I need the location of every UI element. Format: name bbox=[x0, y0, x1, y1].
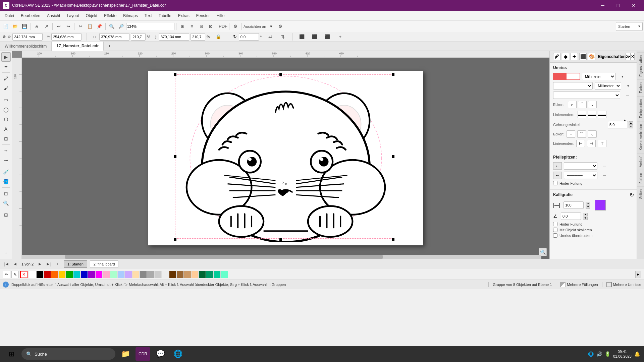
handle-mid-right[interactable] bbox=[392, 155, 394, 158]
y-input[interactable] bbox=[51, 33, 82, 41]
new-tab-btn[interactable]: + bbox=[105, 42, 114, 51]
canvas[interactable]: × bbox=[22, 58, 549, 259]
zoom-level-input[interactable] bbox=[126, 23, 174, 30]
align-left-btn[interactable]: ⬛ bbox=[298, 33, 306, 41]
start-dropdown[interactable]: Starten ▾ bbox=[616, 22, 643, 31]
ecken-btn1[interactable]: ⌐ bbox=[567, 130, 575, 138]
freehand-tool[interactable]: 🖊 bbox=[1, 74, 11, 83]
page-tab-2[interactable]: 2: final board bbox=[90, 260, 119, 268]
edit-fill-btn[interactable]: ✏ bbox=[3, 271, 10, 278]
line-unit-select[interactable]: Millimeter bbox=[595, 82, 621, 89]
handle-bot-right[interactable] bbox=[392, 238, 394, 241]
snap-dropdown[interactable]: ▾ bbox=[267, 22, 275, 31]
paste-button[interactable]: 📌 bbox=[95, 22, 104, 31]
taskbar-teams[interactable]: 💬 bbox=[153, 347, 168, 361]
panel-icon-effects[interactable]: ✦ bbox=[571, 53, 578, 60]
arrow-end-icon[interactable]: ← bbox=[553, 172, 562, 179]
copy-button[interactable]: 📋 bbox=[86, 22, 94, 31]
add-page-bottom-btn[interactable]: + bbox=[54, 260, 61, 268]
menu-bitmaps[interactable]: Bitmaps bbox=[120, 12, 141, 19]
arrow-end-more[interactable]: ··· bbox=[599, 172, 609, 179]
undo-button[interactable]: ↩ bbox=[54, 22, 63, 31]
clock[interactable]: 09:41 01.06.2023 bbox=[613, 349, 632, 359]
notification-btn[interactable]: 🔔 bbox=[634, 351, 640, 357]
view-btn4[interactable]: ⊠ bbox=[206, 22, 215, 31]
align-right-btn[interactable]: ⬛ bbox=[323, 33, 332, 41]
eyedropper-tool[interactable]: 💉 bbox=[1, 167, 11, 177]
cal-width-up[interactable]: ▲ bbox=[586, 202, 590, 205]
node-tool[interactable]: ✦ bbox=[1, 62, 11, 71]
calligraphy-refresh-btn[interactable]: ↻ bbox=[630, 192, 634, 198]
miter-decrement[interactable]: ▼ bbox=[629, 125, 633, 128]
lineend-square-btn[interactable]: ▬▬ bbox=[588, 111, 596, 118]
next-page-btn[interactable]: ► bbox=[36, 260, 44, 268]
hinter-fuellung-checkbox[interactable] bbox=[553, 222, 557, 226]
artistic-media-tool[interactable]: 🖌 bbox=[1, 83, 11, 93]
close-button[interactable]: ✕ bbox=[626, 0, 641, 11]
horizontal-scrollbar[interactable] bbox=[12, 255, 541, 259]
panel-icon-fill[interactable]: ◆ bbox=[562, 53, 569, 60]
arrow-start-icon[interactable]: ← bbox=[553, 162, 562, 170]
redo-button[interactable]: ↪ bbox=[64, 22, 72, 31]
side-tab-paletten[interactable]: Farbpaletten bbox=[637, 96, 644, 121]
prev-page-btn[interactable]: ◄ bbox=[11, 260, 19, 268]
panel-expand-btn[interactable]: ≫ bbox=[626, 53, 631, 60]
slash-btn[interactable]: ✕ bbox=[20, 271, 28, 278]
outline-more-btn[interactable]: ▾ bbox=[618, 73, 628, 80]
align-center-btn[interactable]: ⬛ bbox=[310, 33, 319, 41]
connector-tool[interactable]: ⊸ bbox=[1, 156, 11, 165]
linienenden-btn2[interactable]: ⊣ bbox=[587, 140, 596, 147]
height-scale-input[interactable] bbox=[191, 33, 205, 41]
line-style-more[interactable]: ··· bbox=[622, 92, 632, 99]
ecken-btn2[interactable]: ⌒ bbox=[577, 130, 586, 138]
corner-round-btn[interactable]: ⌒ bbox=[578, 101, 587, 108]
miter-increment[interactable]: ▲ bbox=[629, 121, 633, 125]
table-tool[interactable]: ⊞ bbox=[1, 134, 11, 143]
mit-objekt-checkbox[interactable] bbox=[553, 228, 557, 232]
pencil-btn[interactable]: ✎ bbox=[11, 271, 19, 278]
color-palette-strip[interactable] bbox=[29, 271, 634, 278]
battery-icon[interactable]: 🔋 bbox=[605, 351, 610, 357]
x-input[interactable] bbox=[12, 33, 43, 41]
new-button[interactable]: 📄 bbox=[1, 22, 10, 31]
zoom-in-button[interactable]: 🔍 bbox=[107, 22, 116, 31]
maximize-button[interactable]: □ bbox=[610, 0, 626, 11]
add-node-btn[interactable]: + bbox=[336, 33, 344, 41]
menu-tabelle[interactable]: Tabelle bbox=[155, 12, 175, 19]
add-page-btn[interactable]: + bbox=[1, 248, 11, 257]
side-tab-verlauf[interactable]: Verlauf bbox=[637, 154, 644, 170]
arrow-start-select[interactable]: ────── bbox=[564, 162, 597, 170]
side-tab-kurven[interactable]: Kurven verbinden bbox=[637, 121, 644, 153]
arrow-end-select[interactable]: ────── bbox=[564, 172, 597, 179]
tab-file[interactable]: 17_Hamster_Datei.cdr bbox=[52, 42, 104, 51]
panel-icon-properties[interactable]: 🖊 bbox=[553, 53, 560, 60]
polygon-tool[interactable]: ⬡ bbox=[1, 115, 11, 124]
cal-angle-input[interactable] bbox=[561, 213, 581, 220]
tab-welcome[interactable]: Willkommensbildschirm bbox=[0, 42, 52, 51]
calligraphy-color-swatch[interactable] bbox=[595, 200, 606, 210]
menu-layout[interactable]: Layout bbox=[63, 12, 82, 19]
taskbar-explorer[interactable]: 📁 bbox=[118, 347, 133, 361]
volume-icon[interactable]: 🔊 bbox=[596, 351, 602, 357]
line-width-more[interactable]: ▾ bbox=[623, 82, 633, 89]
menu-fenster[interactable]: Fenster bbox=[193, 12, 213, 19]
side-tab-farben2[interactable]: Farben bbox=[637, 170, 644, 186]
ecken-btn3[interactable]: ⌄ bbox=[588, 130, 597, 138]
start-button[interactable]: ⊞ bbox=[4, 347, 19, 361]
select-tool[interactable]: ▶ bbox=[1, 52, 11, 62]
panel-icon-transform[interactable]: ⬛ bbox=[579, 53, 587, 60]
lineend-flat-btn[interactable]: ▬▬ bbox=[578, 111, 586, 118]
taskbar-search[interactable]: 🔍 Suche bbox=[21, 348, 115, 360]
zoom-out-button[interactable]: 🔎 bbox=[117, 22, 125, 31]
network-icon[interactable]: 🌐 bbox=[588, 351, 594, 357]
open-button[interactable]: 📂 bbox=[11, 22, 19, 31]
handle-top-right[interactable] bbox=[392, 73, 394, 76]
menu-objekt[interactable]: Objekt bbox=[82, 12, 101, 19]
side-tab-seiten[interactable]: Seiten bbox=[637, 186, 644, 201]
cal-angle-down[interactable]: ▼ bbox=[583, 217, 588, 220]
handle-top-left[interactable] bbox=[174, 73, 176, 76]
lineend-round-btn[interactable]: ▬▬ bbox=[598, 111, 606, 118]
outline-color-swatch[interactable] bbox=[553, 73, 580, 80]
line-width-select[interactable] bbox=[553, 82, 593, 89]
taskbar-corel[interactable]: CDR bbox=[136, 347, 150, 361]
